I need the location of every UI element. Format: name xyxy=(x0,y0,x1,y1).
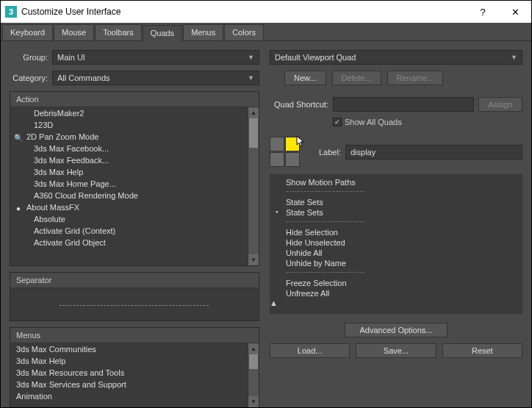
checkbox-icon: ✓ xyxy=(333,118,342,126)
action-list[interactable]: DebrisMaker2123D🔍2D Pan Zoom Mode3ds Max… xyxy=(10,107,259,265)
separator-header: Separator xyxy=(10,273,259,288)
tab-menus[interactable]: Menus xyxy=(183,24,223,40)
shortcut-input[interactable] xyxy=(333,97,474,112)
tree-node[interactable]: Hide Unselected xyxy=(270,237,522,248)
tab-quads[interactable]: Quads xyxy=(143,25,182,41)
help-button[interactable]: ? xyxy=(467,1,499,23)
quad-cell-br[interactable] xyxy=(285,152,300,167)
menu-item[interactable]: 3ds Max Help xyxy=(10,355,259,367)
action-item[interactable]: 3ds Max Facebook... xyxy=(10,143,259,154)
menu-item[interactable]: 3ds Max Services and Support xyxy=(10,379,259,390)
tree-node[interactable]: Unfreeze All xyxy=(270,288,522,298)
action-item[interactable]: Activate Grid Object xyxy=(10,237,259,248)
action-item-label: About MassFX xyxy=(26,203,79,212)
group-label: Group: xyxy=(10,53,48,62)
action-item[interactable]: A360 Cloud Rendering Mode xyxy=(10,190,259,201)
scrollbar[interactable]: ▲ ▼ xyxy=(248,343,259,407)
action-item-icon: 🔍 xyxy=(13,132,24,143)
action-item-label: A360 Cloud Rendering Mode xyxy=(34,191,138,200)
reset-button[interactable]: Reset xyxy=(442,343,522,358)
menu-item[interactable]: 3ds Max Communities xyxy=(10,343,259,355)
delete-button[interactable]: Delete... xyxy=(332,71,381,85)
save-button[interactable]: Save... xyxy=(356,343,436,358)
action-item-label: 3ds Max Feedback... xyxy=(34,156,109,165)
advanced-options-button[interactable]: Advanced Options... xyxy=(345,323,447,337)
action-item[interactable]: 3ds Max Feedback... xyxy=(10,154,259,166)
tab-mouse[interactable]: Mouse xyxy=(54,24,94,40)
scroll-up-icon[interactable]: ▲ xyxy=(248,343,259,354)
quad-select[interactable]: Default Viewport Quad ▼ xyxy=(270,50,522,65)
menus-list[interactable]: 3ds Max Communities3ds Max Help3ds Max R… xyxy=(10,343,259,407)
action-item-label: 3ds Max Facebook... xyxy=(34,144,109,153)
separator-line: ----------------------------------------… xyxy=(59,300,209,309)
menu-item[interactable]: 3ds Max Resources and Tools xyxy=(10,367,259,379)
action-item[interactable]: Activate Grid (Context) xyxy=(10,225,259,237)
action-item-label: 3ds Max Help xyxy=(34,168,83,176)
show-all-quads-checkbox[interactable]: ✓ Show All Quads xyxy=(333,118,402,126)
tab-colors[interactable]: Colors xyxy=(224,24,264,40)
load-button[interactable]: Load... xyxy=(270,343,350,358)
action-item[interactable]: ●About MassFX xyxy=(10,201,259,213)
new-button[interactable]: New... xyxy=(284,71,326,85)
action-item[interactable]: 3ds Max Home Page... xyxy=(10,178,259,190)
scroll-down-icon[interactable]: ▼ xyxy=(248,396,259,407)
quad-tree[interactable]: Show Motion Paths-----------------------… xyxy=(270,174,522,314)
action-item-label: 3ds Max Home Page... xyxy=(34,179,116,188)
tree-node[interactable]: Hide Selection xyxy=(270,227,522,237)
group-value: Main UI xyxy=(57,53,85,62)
tree-node[interactable]: Unhide All xyxy=(270,248,522,258)
quad-select-value: Default Viewport Quad xyxy=(275,53,356,62)
category-select[interactable]: All Commands ▼ xyxy=(52,71,259,85)
group-select[interactable]: Main UI ▼ xyxy=(52,50,259,65)
scroll-down-icon[interactable]: ▼ xyxy=(248,254,259,265)
assign-button[interactable]: Assign xyxy=(478,97,522,112)
action-item-label: DebrisMaker2 xyxy=(34,109,84,118)
tree-node[interactable]: Freeze Selection xyxy=(270,278,522,288)
tab-bar: Keyboard Mouse Toolbars Quads Menus Colo… xyxy=(1,23,531,41)
dropdown-arrow-icon: ▼ xyxy=(248,54,254,61)
action-item[interactable]: 123D xyxy=(10,119,259,131)
window-title: Customize User Interface xyxy=(21,7,467,17)
action-item-label: 2D Pan Zoom Mode xyxy=(26,132,98,141)
close-button[interactable]: ✕ xyxy=(499,1,531,23)
scroll-thumb[interactable] xyxy=(249,354,258,369)
action-item-label: Absolute xyxy=(34,215,65,223)
scroll-up-icon[interactable]: ▲ xyxy=(270,298,522,307)
tree-node[interactable]: State Sets xyxy=(270,197,522,207)
shortcut-label: Quad Shortcut: xyxy=(270,100,328,109)
label-input[interactable]: display xyxy=(345,145,522,160)
action-item-icon: ● xyxy=(13,203,24,213)
show-all-label: Show All Quads xyxy=(345,118,402,126)
tree-separator: --------------------------- xyxy=(270,187,522,197)
quad-cell-tl[interactable] xyxy=(270,137,284,151)
menus-header: Menus xyxy=(10,328,259,343)
tree-node[interactable]: State Sets xyxy=(270,207,522,218)
label-label: Label: xyxy=(319,148,341,157)
tab-toolbars[interactable]: Toolbars xyxy=(95,24,142,40)
action-item[interactable]: DebrisMaker2 xyxy=(10,107,259,119)
action-item[interactable]: Absolute xyxy=(10,213,259,225)
tree-separator: --------------------------- xyxy=(270,268,522,278)
tree-node[interactable]: Unhide by Name xyxy=(270,258,522,268)
separator-list[interactable]: ----------------------------------------… xyxy=(10,288,259,321)
title-bar: 3 Customize User Interface ? ✕ xyxy=(1,1,531,23)
action-item-label: 123D xyxy=(34,121,53,129)
scroll-thumb[interactable] xyxy=(249,118,258,148)
category-label: Category: xyxy=(10,74,48,82)
tree-node[interactable]: Show Motion Paths xyxy=(270,177,522,187)
tab-keyboard[interactable]: Keyboard xyxy=(2,24,53,40)
menu-item[interactable]: Animation xyxy=(10,390,259,402)
action-item[interactable]: 3ds Max Help xyxy=(10,166,259,178)
quad-grid[interactable] xyxy=(270,137,300,167)
scroll-thumb[interactable] xyxy=(270,307,522,314)
rename-button[interactable]: Rename... xyxy=(387,71,444,85)
scrollbar[interactable]: ▲ ▼ xyxy=(248,107,259,265)
quad-cell-tr[interactable] xyxy=(285,137,300,151)
quad-cell-bl[interactable] xyxy=(270,152,284,167)
dropdown-arrow-icon: ▼ xyxy=(248,74,254,82)
action-item[interactable]: 🔍2D Pan Zoom Mode xyxy=(10,131,259,143)
scrollbar[interactable]: ▲ ▼ xyxy=(270,298,522,314)
action-item-label: Activate Grid Object xyxy=(34,238,106,247)
action-header: Action xyxy=(10,92,259,107)
scroll-up-icon[interactable]: ▲ xyxy=(248,107,259,118)
